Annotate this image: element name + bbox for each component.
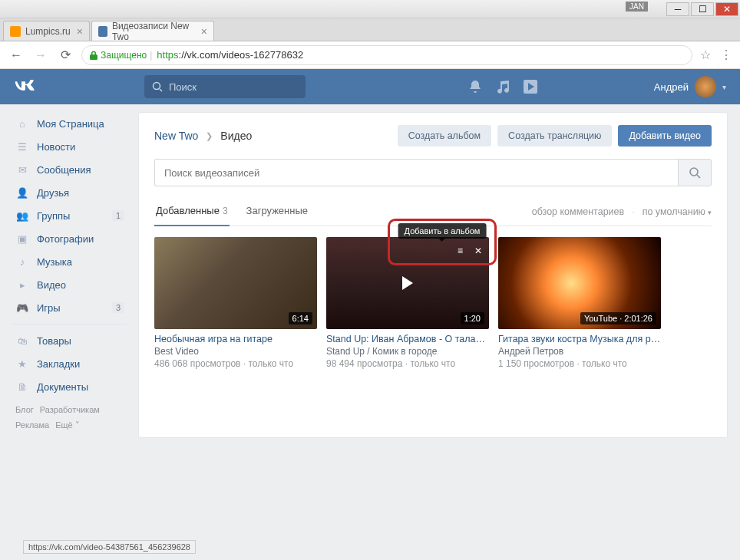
- breadcrumb-group[interactable]: New Two: [154, 130, 198, 142]
- separator: [12, 324, 127, 324]
- news-icon: ☰: [15, 140, 29, 153]
- secure-indicator: Защищено |: [90, 50, 152, 61]
- thumbnail[interactable]: YouTube · 2:01:26: [498, 237, 661, 329]
- sidebar-item-friends[interactable]: 👤Друзья: [12, 181, 127, 204]
- add-video-button[interactable]: Добавить видео: [618, 125, 712, 147]
- forward-button[interactable]: →: [32, 47, 49, 64]
- video-source[interactable]: Best Video: [154, 346, 317, 357]
- tab-favicon-icon: [98, 26, 107, 37]
- sidebar-item-games[interactable]: 🎮Игры3: [12, 296, 127, 319]
- duration-badge: 6:14: [289, 312, 312, 324]
- svg-point-2: [690, 168, 698, 176]
- video-meta: 98 494 просмотра · только что: [326, 358, 489, 369]
- thumbnail[interactable]: 1:20: [326, 237, 489, 329]
- chevron-down-icon: ▾: [722, 83, 726, 91]
- video-grid: 6:14 Необычная игра на гитаре Best Video…: [154, 237, 712, 369]
- video-title[interactable]: Stand Up: Иван Абрамов - О таланте иг…: [326, 334, 489, 344]
- addr-actions: ☆ ⋮: [700, 48, 732, 62]
- video-card[interactable]: YouTube · 2:01:26 Гитара звуки костра Му…: [498, 237, 661, 369]
- user-menu[interactable]: Андрей ▾: [654, 76, 726, 97]
- footer-link[interactable]: Ещё ˅: [55, 420, 80, 430]
- video-card[interactable]: 6:14 Необычная игра на гитаре Best Video…: [154, 237, 317, 369]
- tab-title: Видеозаписи New Two: [112, 21, 195, 42]
- vk-logo-icon[interactable]: [14, 80, 37, 94]
- video-source[interactable]: Андрей Петров: [498, 346, 661, 357]
- menu-icon[interactable]: ⋮: [720, 48, 732, 62]
- content-tabs: Добавленные3 Загруженные обзор комментар…: [154, 197, 712, 226]
- sidebar-item-music[interactable]: ♪Музыка: [12, 250, 127, 273]
- window-minimize[interactable]: ─: [666, 2, 689, 16]
- reload-button[interactable]: ⟳: [57, 47, 74, 64]
- window-maximize[interactable]: ☐: [691, 2, 714, 16]
- footer-link[interactable]: Реклама: [15, 420, 49, 430]
- page-actions: Создать альбом Создать трансляцию Добави…: [398, 125, 712, 147]
- docs-icon: 🗎: [15, 380, 29, 394]
- vk-search-input[interactable]: Поиск: [144, 75, 306, 98]
- tab-added[interactable]: Добавленные3: [154, 197, 230, 226]
- footer-link[interactable]: Разработчикам: [40, 405, 100, 414]
- chevron-down-icon: ▾: [708, 209, 712, 216]
- music-icon: ♪: [15, 255, 29, 268]
- avatar: [695, 76, 716, 97]
- close-icon[interactable]: ×: [77, 25, 83, 38]
- sidebar-item-news[interactable]: ☰Новости: [12, 135, 127, 158]
- tab-title: Lumpics.ru: [25, 26, 71, 37]
- sidebar-item-groups[interactable]: 👥Группы1: [12, 204, 127, 227]
- footer-link[interactable]: Блог: [15, 405, 34, 414]
- vk-header: Поиск Андрей ▾: [0, 69, 740, 104]
- badge: 1: [112, 210, 124, 221]
- search-row: [154, 159, 712, 186]
- sidebar-item-video[interactable]: ▸Видео: [12, 273, 127, 296]
- main-content: New Two ❯ Видео Создать альбом Создать т…: [138, 112, 728, 438]
- browser-tab-vk[interactable]: Видеозаписи New Two ×: [91, 21, 214, 41]
- sidebar-item-mypage[interactable]: ⌂Моя Страница: [12, 112, 127, 135]
- friends-icon: 👤: [15, 186, 29, 199]
- duration-badge: YouTube · 2:01:26: [580, 312, 656, 324]
- window-close[interactable]: ✕: [715, 2, 738, 16]
- video-search-input[interactable]: [154, 159, 678, 186]
- search-icon: [689, 166, 701, 179]
- star-icon[interactable]: ☆: [700, 48, 711, 62]
- home-icon: ⌂: [15, 117, 29, 130]
- groups-icon: 👥: [15, 209, 29, 222]
- window-titlebar: JAN ─ ☐ ✕: [0, 0, 740, 18]
- chevron-right-icon: ❯: [206, 131, 213, 141]
- video-source[interactable]: Stand Up / Комик в городе: [326, 346, 489, 357]
- play-icon[interactable]: [524, 80, 537, 94]
- comments-link[interactable]: обзор комментариев: [532, 206, 624, 217]
- create-stream-button[interactable]: Создать трансляцию: [497, 125, 612, 147]
- thumbnail[interactable]: 6:14: [154, 237, 317, 329]
- video-icon: ▸: [15, 278, 29, 292]
- url-input[interactable]: Защищено | https://vk.com/videos-1627786…: [81, 45, 692, 65]
- sort-dropdown[interactable]: по умолчанию▾: [643, 206, 712, 217]
- back-button[interactable]: ←: [8, 47, 25, 64]
- tab-uploaded[interactable]: Загруженные: [245, 197, 309, 226]
- duration-badge: 1:20: [461, 312, 484, 324]
- sidebar-item-photos[interactable]: ▣Фотографии: [12, 227, 127, 250]
- sidebar-item-market[interactable]: 🛍Товары: [12, 329, 127, 352]
- star-icon: ★: [15, 357, 29, 371]
- video-title[interactable]: Гитара звуки костра Музыка для разм…: [498, 334, 661, 344]
- music-icon[interactable]: [496, 80, 510, 94]
- video-title[interactable]: Необычная игра на гитаре: [154, 334, 317, 344]
- svg-line-3: [697, 175, 700, 178]
- play-icon: [402, 276, 413, 290]
- close-icon[interactable]: ×: [201, 25, 207, 38]
- sidebar-item-messages[interactable]: ✉Сообщения: [12, 158, 127, 181]
- games-icon: 🎮: [15, 301, 29, 315]
- search-button[interactable]: [678, 159, 712, 186]
- svg-line-1: [160, 89, 162, 91]
- status-bar: https://vk.com/video-54387561_456239628: [23, 540, 196, 554]
- create-album-button[interactable]: Создать альбом: [398, 125, 491, 147]
- badge: 3: [112, 302, 124, 313]
- sidebar-item-bookmarks[interactable]: ★Закладки: [12, 352, 127, 375]
- bell-icon[interactable]: [468, 80, 482, 94]
- sidebar-item-docs[interactable]: 🗎Документы: [12, 375, 127, 398]
- breadcrumb: New Two ❯ Видео Создать альбом Создать т…: [154, 125, 712, 147]
- header-icons: [422, 80, 537, 94]
- tab-favicon-icon: [10, 26, 21, 37]
- sidebar-footer: БлогРазработчикам РекламаЕщё ˅: [12, 398, 127, 438]
- browser-tab-lumpics[interactable]: Lumpics.ru ×: [3, 21, 90, 41]
- browser-tabs: Lumpics.ru × Видеозаписи New Two ×: [0, 18, 740, 41]
- video-card[interactable]: 1:20 Stand Up: Иван Абрамов - О таланте …: [326, 237, 489, 369]
